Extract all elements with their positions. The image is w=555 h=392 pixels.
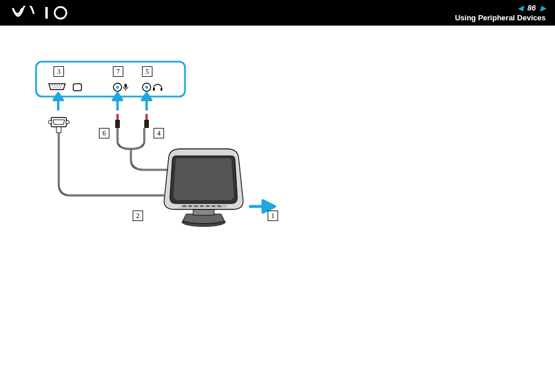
svg-point-11 bbox=[60, 87, 61, 87]
svg-rect-15 bbox=[124, 84, 127, 88]
svg-point-8 bbox=[53, 87, 54, 87]
svg-point-1 bbox=[55, 7, 66, 19]
svg-rect-26 bbox=[115, 120, 120, 128]
svg-rect-36 bbox=[212, 205, 215, 207]
svg-rect-19 bbox=[153, 88, 155, 91]
svg-rect-24 bbox=[56, 127, 61, 133]
header-bar: ◀ 86 ▶ Using Peripheral Devices bbox=[0, 0, 555, 26]
section-title: Using Peripheral Devices bbox=[455, 13, 546, 22]
svg-rect-35 bbox=[206, 205, 209, 207]
header-right: ◀ 86 ▶ Using Peripheral Devices bbox=[455, 3, 546, 22]
svg-rect-28 bbox=[144, 120, 149, 128]
svg-rect-25 bbox=[116, 114, 119, 120]
connection-diagram: 3 7 5 6 4 2 1 bbox=[35, 58, 314, 244]
svg-point-9 bbox=[55, 87, 56, 87]
callout-3: 3 bbox=[54, 66, 64, 77]
next-page-icon[interactable]: ▶ bbox=[540, 4, 546, 12]
svg-point-18 bbox=[145, 86, 148, 89]
svg-point-4 bbox=[54, 85, 55, 85]
prev-page-icon[interactable]: ◀ bbox=[518, 4, 523, 12]
arrow-up-headphone bbox=[141, 91, 152, 111]
svg-point-3 bbox=[52, 85, 52, 85]
svg-rect-27 bbox=[145, 114, 148, 120]
svg-point-6 bbox=[59, 85, 59, 85]
arrow-up-vga bbox=[52, 91, 64, 111]
callout-7: 7 bbox=[113, 66, 123, 77]
callout-4: 4 bbox=[154, 128, 164, 138]
pager: ◀ 86 ▶ bbox=[518, 3, 546, 12]
svg-point-22 bbox=[48, 120, 52, 124]
callout-6: 6 bbox=[99, 128, 109, 138]
callout-5: 5 bbox=[142, 66, 152, 77]
page-number: 86 bbox=[528, 3, 536, 12]
svg-point-23 bbox=[66, 120, 69, 124]
vaio-logo-svg bbox=[12, 6, 76, 20]
svg-rect-31 bbox=[183, 205, 186, 207]
svg-point-5 bbox=[56, 85, 57, 85]
svg-rect-32 bbox=[188, 205, 192, 207]
callout-1: 1 bbox=[268, 211, 278, 221]
svg-rect-37 bbox=[218, 205, 221, 207]
svg-rect-34 bbox=[200, 205, 204, 207]
callout-2: 2 bbox=[133, 211, 143, 221]
svg-point-7 bbox=[61, 85, 62, 85]
svg-rect-20 bbox=[161, 88, 162, 91]
crt-monitor bbox=[157, 145, 250, 233]
vaio-logo bbox=[12, 6, 76, 20]
svg-point-10 bbox=[58, 87, 58, 87]
svg-point-14 bbox=[116, 86, 119, 89]
arrow-up-mic bbox=[112, 91, 123, 111]
svg-rect-0 bbox=[45, 7, 48, 19]
svg-rect-12 bbox=[73, 84, 81, 91]
svg-rect-33 bbox=[194, 205, 198, 207]
